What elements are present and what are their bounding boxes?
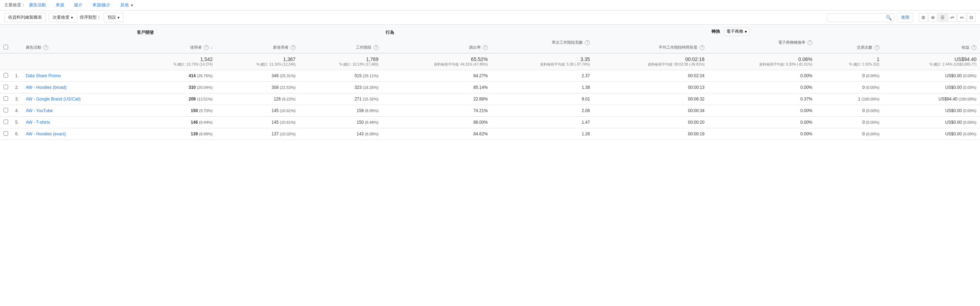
row-new-users: 137 (10.02%) <box>216 128 299 140</box>
data-table: 客戶開發 行為 轉換 電子商務 ▾ <box>0 25 980 140</box>
transactions-info-icon: ? <box>875 45 880 50</box>
summary-ecom-conv-rate: 0.06% 資料檢視平均值: 0.30% (-81.01%) <box>708 53 816 70</box>
campaign-link[interactable]: AW - YouTube <box>26 108 53 113</box>
conversion-dropdown[interactable]: 電子商務 ▾ <box>724 27 749 36</box>
secondary-dim-btn[interactable]: 次要維度 ▾ <box>49 13 77 22</box>
num-header <box>12 25 22 37</box>
row-revenue: US$0.00 (0.00%) <box>883 82 980 94</box>
row-pages-per-session: 2.37 <box>492 70 594 82</box>
row-new-users: 308 (22.53%) <box>216 82 299 94</box>
nav-item-other[interactable]: 其他 <box>120 2 129 8</box>
row-checkbox-cell[interactable] <box>0 128 12 140</box>
group-acquisition: 客戶開發 <box>134 25 382 37</box>
row-new-users: 145 (10.61%) <box>216 117 299 128</box>
row-checkbox-cell[interactable] <box>0 105 12 117</box>
view-icons-group: ⊞ ⊕ ☰ ⇌ ⇔ ⊟ <box>919 13 976 22</box>
campaign-col-header: 廣告活動 ? <box>22 37 134 53</box>
search-box[interactable]: 🔍 <box>827 13 894 22</box>
row-num: 3. <box>12 94 22 105</box>
dimension-chart-btn[interactable]: 依資料列繪製圖表 <box>4 13 46 22</box>
row-checkbox-cell[interactable] <box>0 82 12 94</box>
sessions-col-header[interactable]: 工作階段 ? <box>299 37 382 53</box>
row-new-users: 145 (10.61%) <box>216 105 299 117</box>
row-checkbox[interactable] <box>3 96 8 101</box>
nav-item-source-medium[interactable]: 來源/媒介 <box>92 2 110 8</box>
nav-prefix: 主要維度： <box>4 2 25 8</box>
campaign-info-icon: ? <box>43 45 48 50</box>
campaign-link[interactable]: AW - Hoodies (exact) <box>26 132 66 136</box>
view-compare-btn[interactable]: ⇌ <box>948 13 957 22</box>
row-campaign-name: AW - Hoodies (exact) <box>22 128 134 140</box>
row-transactions: 0 (0.00%) <box>816 82 883 94</box>
campaign-link[interactable]: AW - T-shirts <box>26 120 50 125</box>
campaign-link[interactable]: AW - Hoodies (broad) <box>26 85 67 90</box>
summary-new-users: 1,367 % 總計: 11.16% (12,246) <box>216 53 299 70</box>
bounce-rate-info-icon: ? <box>483 45 488 50</box>
campaign-link[interactable]: AW - Google Brand (US/Cali) <box>26 97 81 101</box>
sort-default-btn[interactable]: 預設 ▾ <box>104 13 124 22</box>
row-campaign-name: AW - YouTube <box>22 105 134 117</box>
row-users: 209 (13.51%) <box>134 94 216 105</box>
row-checkbox[interactable] <box>3 108 8 113</box>
row-checkbox[interactable] <box>3 85 8 89</box>
row-avg-session: 00:00:34 <box>593 105 708 117</box>
table-row: 6. AW - Hoodies (exact) 139 (8.99%) 137 … <box>0 128 980 140</box>
row-sessions: 323 (18.26%) <box>299 82 382 94</box>
revenue-col-header[interactable]: 收益 ? <box>883 37 980 53</box>
advanced-btn[interactable]: 進階 <box>897 13 913 22</box>
row-ecom-conv-rate: 0.00% <box>708 70 816 82</box>
avg-session-info-icon: ? <box>700 45 705 50</box>
view-pivot-btn[interactable]: ⇔ <box>958 13 966 22</box>
new-users-col-header[interactable]: 新使用者 ? <box>216 37 299 53</box>
row-bounce-rate: 64.27% <box>382 70 492 82</box>
summary-bounce-rate: 65.52% 資料檢視平均值: 44.31% (47.86%) <box>382 53 492 70</box>
view-list-btn[interactable]: ☰ <box>938 13 947 22</box>
view-grid-btn[interactable]: ⊞ <box>919 13 928 22</box>
summary-row: 1,542 % 總計: 10.73% (14,374) 1,367 % 總計: … <box>0 53 980 70</box>
summary-check <box>0 53 12 70</box>
row-new-users: 346 (25.31%) <box>216 70 299 82</box>
row-checkbox[interactable] <box>3 73 8 78</box>
summary-transactions: 1 % 總計: 1.92% (52) <box>816 53 883 70</box>
nav-item-campaign[interactable]: 廣告活動 <box>29 2 46 8</box>
nav-item-source[interactable]: 來源 <box>56 2 64 8</box>
bounce-rate-col-header[interactable]: 跳出率 ? <box>382 37 492 53</box>
summary-num <box>12 53 22 70</box>
row-ecom-conv-rate: 0.00% <box>708 82 816 94</box>
table-row: 3. AW - Google Brand (US/Cali) 209 (13.5… <box>0 94 980 105</box>
row-new-users: 126 (9.22%) <box>216 94 299 105</box>
summary-users: 1,542 % 總計: 10.73% (14,374) <box>134 53 216 70</box>
search-input[interactable] <box>829 15 886 20</box>
row-transactions: 0 (0.00%) <box>816 128 883 140</box>
select-all-checkbox[interactable] <box>3 45 8 49</box>
sort-type-label: 排序類型： <box>80 14 101 21</box>
campaign-link[interactable]: Data Share Promo <box>26 73 60 78</box>
row-checkbox[interactable] <box>3 119 8 124</box>
avg-session-col-header[interactable]: 平均工作階段時間長度 ? <box>593 37 708 53</box>
row-checkbox-cell[interactable] <box>0 94 12 105</box>
pages-per-session-col-header[interactable]: 單次工作階段頁數 ? ? <box>492 37 594 53</box>
row-checkbox-cell[interactable] <box>0 117 12 128</box>
row-checkbox[interactable] <box>3 131 8 136</box>
summary-sessions: 1,769 % 總計: 10.13% (17,465) <box>299 53 382 70</box>
row-ecom-conv-rate: 0.00% <box>708 128 816 140</box>
view-pie-btn[interactable]: ⊕ <box>929 13 937 22</box>
transactions-col-header[interactable]: 交易次數 ? <box>816 37 883 53</box>
row-users: 310 (20.04%) <box>134 82 216 94</box>
row-revenue: US$0.00 (0.00%) <box>883 70 980 82</box>
row-revenue: US$0.00 (0.00%) <box>883 128 980 140</box>
summary-label <box>22 53 134 70</box>
table-row: 4. AW - YouTube 150 (9.70%) 145 (10.61%)… <box>0 105 980 117</box>
users-col-header[interactable]: 使用者 ? ↓ <box>134 37 216 53</box>
conv-chevron-icon: ▾ <box>745 29 747 34</box>
row-num-header <box>12 37 22 53</box>
check-all-header[interactable] <box>0 37 12 53</box>
ecom-conv-info-icon: ? <box>808 40 813 45</box>
row-sessions: 159 (8.99%) <box>299 105 382 117</box>
row-num: 6. <box>12 128 22 140</box>
nav-item-medium[interactable]: 媒介 <box>74 2 83 8</box>
view-custom-btn[interactable]: ⊟ <box>967 13 976 22</box>
ecom-conv-rate-col-header[interactable]: 電子商務轉換率 ? ? <box>708 37 816 53</box>
group-conversion: 轉換 電子商務 ▾ <box>708 25 980 37</box>
row-checkbox-cell[interactable] <box>0 70 12 82</box>
